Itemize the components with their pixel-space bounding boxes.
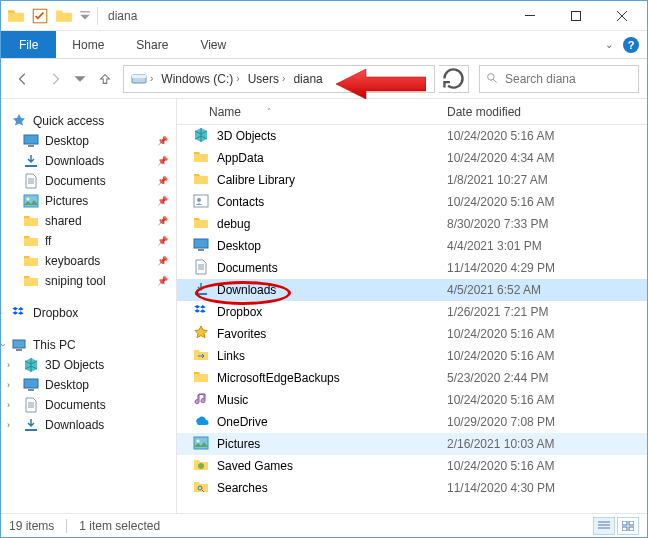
file-name: Calibre Library — [217, 173, 295, 187]
view-details-button[interactable] — [593, 517, 615, 535]
file-row[interactable]: Favorites 10/24/2020 5:16 AM — [177, 323, 647, 345]
ribbon-expand-icon[interactable]: ⌄ — [605, 39, 613, 50]
sidebar-item[interactable]: Desktop📌 — [1, 131, 176, 151]
file-icon — [193, 479, 209, 498]
tab-share[interactable]: Share — [120, 31, 184, 58]
file-row[interactable]: Contacts 10/24/2020 5:16 AM — [177, 191, 647, 213]
svg-rect-2 — [525, 15, 535, 16]
file-icon — [193, 347, 209, 366]
sidebar-item[interactable]: shared📌 — [1, 211, 176, 231]
sidebar-item[interactable]: › 3D Objects — [1, 355, 176, 375]
pin-icon: 📌 — [157, 216, 168, 226]
address-bar[interactable]: › Windows (C:)› Users› diana ⌄ — [123, 65, 435, 93]
up-button[interactable] — [91, 65, 119, 93]
file-date: 5/23/2020 2:44 PM — [439, 371, 647, 385]
maximize-button[interactable] — [553, 1, 599, 31]
pin-icon: 📌 — [157, 196, 168, 206]
sidebar-item[interactable]: Downloads📌 — [1, 151, 176, 171]
svg-rect-13 — [24, 379, 38, 388]
file-date: 10/24/2020 5:16 AM — [439, 349, 647, 363]
column-date[interactable]: Date modified — [439, 105, 647, 119]
file-row[interactable]: Saved Games 10/24/2020 5:16 AM — [177, 455, 647, 477]
sidebar-item[interactable]: › Downloads — [1, 415, 176, 435]
file-row[interactable]: Dropbox 1/26/2021 7:21 PM — [177, 301, 647, 323]
sidebar-item-label: ff — [45, 234, 51, 248]
svg-rect-17 — [194, 239, 208, 248]
tab-view[interactable]: View — [184, 31, 242, 58]
file-tab[interactable]: File — [1, 31, 56, 58]
file-row[interactable]: 3D Objects 10/24/2020 5:16 AM — [177, 125, 647, 147]
column-name[interactable]: Name ˄ — [177, 105, 439, 119]
file-row[interactable]: Calibre Library 1/8/2021 10:27 AM — [177, 169, 647, 191]
sidebar-item[interactable]: ff📌 — [1, 231, 176, 251]
file-row[interactable]: Documents 11/14/2020 4:29 PM — [177, 257, 647, 279]
file-icon — [193, 413, 209, 432]
file-row[interactable]: Searches 11/14/2020 4:30 PM — [177, 477, 647, 499]
file-icon — [193, 369, 209, 388]
sidebar-item[interactable]: › Desktop — [1, 375, 176, 395]
item-icon — [23, 377, 39, 393]
file-row[interactable]: Desktop 4/4/2021 3:01 PM — [177, 235, 647, 257]
search-input[interactable]: Search diana — [479, 65, 639, 93]
file-date: 1/26/2021 7:21 PM — [439, 305, 647, 319]
file-icon — [193, 171, 209, 190]
file-row[interactable]: Music 10/24/2020 5:16 AM — [177, 389, 647, 411]
close-button[interactable] — [599, 1, 645, 31]
file-name: 3D Objects — [217, 129, 276, 143]
svg-rect-12 — [16, 349, 22, 351]
qat-dropdown-icon[interactable] — [79, 7, 91, 25]
breadcrumb-segment[interactable]: Windows (C:)› — [158, 72, 242, 86]
navigation-pane[interactable]: Quick access Desktop📌 Downloads📌 Documen… — [1, 99, 177, 513]
refresh-button[interactable] — [439, 65, 469, 93]
status-bar: 19 items 1 item selected — [1, 513, 647, 537]
svg-rect-15 — [194, 195, 208, 207]
sidebar-item-label: shared — [45, 214, 82, 228]
address-dropdown[interactable]: ⌄ — [408, 72, 430, 86]
sidebar-item[interactable]: Documents📌 — [1, 171, 176, 191]
file-name: Music — [217, 393, 248, 407]
view-large-button[interactable] — [617, 517, 639, 535]
pin-icon: 📌 — [157, 276, 168, 286]
sidebar-item-label: Desktop — [45, 378, 89, 392]
sidebar-quick-access[interactable]: Quick access — [1, 111, 176, 131]
file-name: Links — [217, 349, 245, 363]
file-row[interactable]: MicrosoftEdgeBackups 5/23/2020 2:44 PM — [177, 367, 647, 389]
sidebar-dropbox[interactable]: › Dropbox — [1, 303, 176, 323]
svg-rect-19 — [194, 437, 208, 449]
file-row[interactable]: debug 8/30/2020 7:33 PM — [177, 213, 647, 235]
sidebar-item[interactable]: sniping tool📌 — [1, 271, 176, 291]
file-row[interactable]: Downloads 4/5/2021 6:52 AM — [177, 279, 647, 301]
columns-header[interactable]: Name ˄ Date modified — [177, 99, 647, 125]
svg-point-16 — [197, 198, 201, 202]
svg-rect-26 — [629, 527, 634, 531]
qat-properties-icon[interactable] — [31, 7, 49, 25]
sidebar-item[interactable]: Pictures📌 — [1, 191, 176, 211]
svg-rect-3 — [572, 11, 581, 20]
file-name: Saved Games — [217, 459, 293, 473]
file-date: 1/8/2021 10:27 AM — [439, 173, 647, 187]
recent-dropdown[interactable] — [73, 65, 87, 93]
file-icon — [193, 391, 209, 410]
sidebar-this-pc[interactable]: › This PC — [1, 335, 176, 355]
sidebar-item[interactable]: › Documents — [1, 395, 176, 415]
breadcrumb-segment[interactable]: diana — [290, 72, 325, 86]
breadcrumb-segment[interactable]: Users› — [245, 72, 289, 86]
pin-icon: 📌 — [157, 156, 168, 166]
help-icon[interactable]: ? — [623, 37, 639, 53]
minimize-button[interactable] — [507, 1, 553, 31]
tab-home[interactable]: Home — [56, 31, 120, 58]
item-icon — [23, 357, 39, 373]
file-row[interactable]: OneDrive 10/29/2020 7:08 PM — [177, 411, 647, 433]
svg-point-20 — [197, 439, 200, 442]
svg-rect-11 — [13, 340, 25, 348]
file-icon — [193, 127, 209, 146]
back-button[interactable] — [9, 65, 37, 93]
file-name: AppData — [217, 151, 264, 165]
file-row[interactable]: Links 10/24/2020 5:16 AM — [177, 345, 647, 367]
drive-icon[interactable]: › — [128, 71, 156, 87]
sidebar-item[interactable]: keyboards📌 — [1, 251, 176, 271]
file-row[interactable]: AppData 10/24/2020 4:34 AM — [177, 147, 647, 169]
file-row[interactable]: Pictures 2/16/2021 10:03 AM — [177, 433, 647, 455]
svg-point-10 — [27, 198, 30, 201]
forward-button[interactable] — [41, 65, 69, 93]
